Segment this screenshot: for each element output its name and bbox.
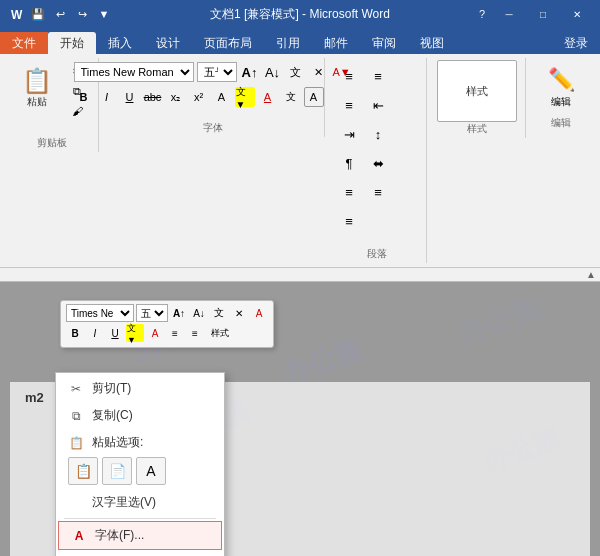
bold-button[interactable]: B <box>74 87 94 107</box>
ctx-font-item[interactable]: A 字体(F)... <box>58 521 222 550</box>
justify-button[interactable]: ≡ <box>335 207 363 235</box>
font-size-select[interactable]: 五号 <box>197 62 237 82</box>
window-title: 文档1 [兼容模式] - Microsoft Word <box>210 6 390 23</box>
ctx-separator-1 <box>64 518 216 519</box>
mini-italic-button[interactable]: I <box>86 324 104 342</box>
save-icon[interactable]: 💾 <box>30 6 46 22</box>
mini-font-select[interactable]: Times Ne <box>66 304 134 322</box>
tab-home[interactable]: 开始 <box>48 32 96 54</box>
grow-font-button[interactable]: A↑ <box>240 62 260 82</box>
ctx-select-chinese-label: 汉字里选(V) <box>92 494 156 511</box>
strikethrough-button[interactable]: abc <box>143 87 163 107</box>
mini-indent-button[interactable]: ≡ <box>186 324 204 342</box>
maximize-button[interactable]: □ <box>528 5 558 23</box>
superscript-button[interactable]: x² <box>189 87 209 107</box>
mini-toolbar-row1: Times Ne 五号 A↑ A↓ 文 ✕ A <box>66 304 268 322</box>
increase-indent-button[interactable]: ⇥ <box>335 120 363 148</box>
redo-icon[interactable]: ↪ <box>74 6 90 22</box>
multilevel-list-button[interactable]: ≡ <box>335 91 363 119</box>
watermark-3: 办公族 <box>452 289 544 353</box>
ctx-paste-icons: 📋 📄 A <box>56 453 224 489</box>
mini-shrink-button[interactable]: A↓ <box>190 304 208 322</box>
mini-size-select[interactable]: 五号 <box>136 304 168 322</box>
tab-insert[interactable]: 插入 <box>96 32 144 54</box>
mini-underline-button[interactable]: U <box>106 324 124 342</box>
border-button[interactable]: A <box>304 87 324 107</box>
tab-design[interactable]: 设计 <box>144 32 192 54</box>
mini-clear-button[interactable]: ✕ <box>230 304 248 322</box>
paragraph-group: ≡ ≡ ≡ ⇤ ⇥ ↕ ¶ ⬌ ≡ ≡ ≡ 段落 <box>327 58 427 263</box>
paste-button[interactable]: 📋 粘贴 <box>14 60 60 116</box>
numbered-list-button[interactable]: ≡ <box>364 62 392 90</box>
clipboard-label: 剪贴板 <box>37 136 67 150</box>
undo-icon[interactable]: ↩ <box>52 6 68 22</box>
sort-button[interactable]: ↕ <box>364 120 392 148</box>
mini-font-color-button[interactable]: A <box>250 304 268 322</box>
tab-login[interactable]: 登录 <box>552 32 600 54</box>
change-case-button[interactable]: 文 <box>286 62 306 82</box>
cut-icon: ✂ <box>68 381 84 397</box>
help-icon[interactable]: ? <box>474 6 490 22</box>
tab-review[interactable]: 审阅 <box>360 32 408 54</box>
editing-icon: ✏️ <box>548 67 575 93</box>
font-group: Times New Roman 五号 A↑ A↓ 文 ✕ A▼ B I U ab… <box>101 58 325 137</box>
styles-label: 样式 <box>467 122 487 136</box>
ctx-font-label: 字体(F)... <box>95 527 144 544</box>
mini-grow-button[interactable]: A↑ <box>170 304 188 322</box>
copy-icon: ⧉ <box>68 408 84 424</box>
tab-view[interactable]: 视图 <box>408 32 456 54</box>
align-center-button[interactable]: ≡ <box>335 178 363 206</box>
mini-toolbar: Times Ne 五号 A↑ A↓ 文 ✕ A B I U 文▼ A ≡ ≡ 样… <box>60 300 274 348</box>
ctx-paste-keep-source[interactable]: 📋 <box>68 457 98 485</box>
decrease-indent-button[interactable]: ⇤ <box>364 91 392 119</box>
font-row2: B I U abc x₂ x² A 文▼ A 文 A <box>74 87 352 107</box>
customize-icon[interactable]: ▼ <box>96 6 112 22</box>
mini-highlight-button[interactable]: 文▼ <box>126 324 144 342</box>
paste-label: 粘贴 <box>27 95 47 109</box>
subscript-button[interactable]: x₂ <box>166 87 186 107</box>
font-name-select[interactable]: Times New Roman <box>74 62 194 82</box>
align-left-button[interactable]: ⬌ <box>364 149 392 177</box>
italic-button[interactable]: I <box>97 87 117 107</box>
mini-change-case-button[interactable]: 文 <box>210 304 228 322</box>
ctx-copy-item[interactable]: ⧉ 复制(C) <box>56 402 224 429</box>
svg-text:W: W <box>11 8 23 22</box>
tab-references[interactable]: 引用 <box>264 32 312 54</box>
ctx-paste-text-only[interactable]: A <box>136 457 166 485</box>
ctx-select-chinese[interactable]: 汉字里选(V) <box>56 489 224 516</box>
font-color-button[interactable]: A <box>258 87 278 107</box>
ctx-paste-header: 📋 粘贴选项: <box>56 429 224 453</box>
collapse-ribbon-button[interactable]: ▲ <box>586 269 596 280</box>
show-marks-button[interactable]: ¶ <box>335 149 363 177</box>
align-right-button[interactable]: ≡ <box>364 178 392 206</box>
styles-gallery[interactable]: 样式 <box>437 60 517 122</box>
bullet-list-button[interactable]: ≡ <box>335 62 363 90</box>
mini-bullet-button[interactable]: ≡ <box>166 324 184 342</box>
mini-text-color-button[interactable]: A <box>146 324 164 342</box>
ctx-paragraph-item[interactable]: ≡ 段落(P)... <box>56 550 224 556</box>
tab-file[interactable]: 文件 <box>0 32 48 54</box>
editing-group: ✏️ 编辑 编辑 <box>528 58 594 132</box>
ctx-paste-merge-format[interactable]: 📄 <box>102 457 132 485</box>
text-effect-button[interactable]: A <box>212 87 232 107</box>
mini-style-button[interactable]: 样式 <box>206 324 234 342</box>
shrink-font-button[interactable]: A↓ <box>263 62 283 82</box>
highlight-button[interactable]: 文▼ <box>235 87 255 107</box>
editing-label: 编辑 <box>551 95 571 109</box>
ribbon-tabs: 文件 开始 插入 设计 页面布局 引用 邮件 审阅 视图 登录 <box>0 28 600 54</box>
close-button[interactable]: ✕ <box>562 5 592 23</box>
title-bar-left: W 💾 ↩ ↪ ▼ <box>8 6 112 22</box>
editing-button[interactable]: ✏️ 编辑 <box>536 60 586 116</box>
font-menu-icon: A <box>71 528 87 544</box>
ctx-cut-item[interactable]: ✂ 剪切(T) <box>56 375 224 402</box>
mini-bold-button[interactable]: B <box>66 324 84 342</box>
tab-layout[interactable]: 页面布局 <box>192 32 264 54</box>
phonetic-button[interactable]: 文 <box>281 87 301 107</box>
tab-mailings[interactable]: 邮件 <box>312 32 360 54</box>
word-logo-icon: W <box>8 6 24 22</box>
minimize-button[interactable]: ─ <box>494 5 524 23</box>
document-area: 办公族 办公族 办公族 办公族 办公族 Times Ne 五号 A↑ A↓ 文 … <box>0 282 600 556</box>
paragraph-label: 段落 <box>367 247 387 261</box>
clear-format-button[interactable]: ✕ <box>309 62 329 82</box>
underline-button[interactable]: U <box>120 87 140 107</box>
